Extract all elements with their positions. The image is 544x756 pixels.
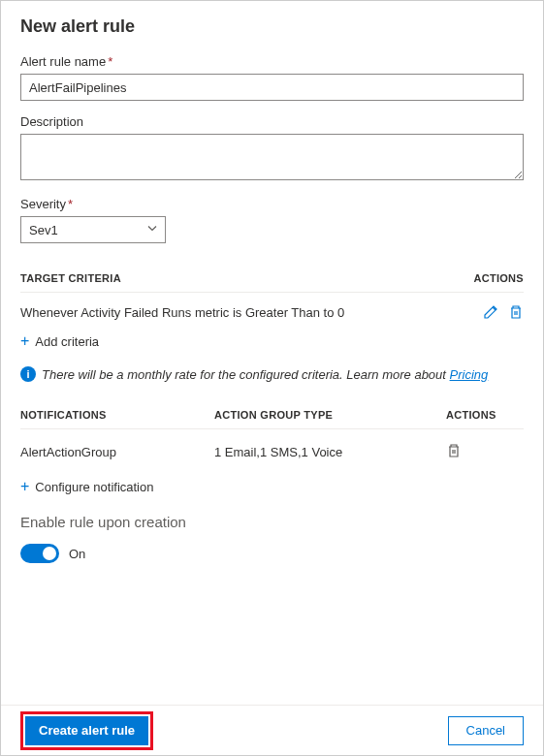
delete-icon[interactable] (508, 304, 524, 320)
delete-notification-icon[interactable] (446, 443, 462, 458)
target-criteria-heading: TARGET CRITERIA (20, 272, 121, 284)
add-criteria-button[interactable]: + Add criteria (20, 333, 524, 349)
plus-icon: + (20, 479, 29, 494)
severity-label: Severity* (20, 197, 524, 211)
criteria-text: Whenever Activity Failed Runs metric is … (20, 305, 344, 320)
description-textarea[interactable] (20, 134, 524, 180)
notification-row: AlertActionGroup 1 Email,1 SMS,1 Voice (20, 443, 524, 461)
enable-rule-heading: Enable rule upon creation (20, 514, 524, 530)
enable-toggle[interactable] (20, 544, 59, 563)
severity-select[interactable]: Sev1 (20, 216, 166, 243)
create-alert-rule-button[interactable]: Create alert rule (25, 716, 148, 745)
plus-icon: + (20, 333, 29, 349)
notification-name: AlertActionGroup (20, 445, 214, 459)
info-icon: i (20, 366, 36, 382)
create-button-highlight: Create alert rule (20, 711, 153, 750)
cancel-button[interactable]: Cancel (448, 716, 524, 745)
description-label: Description (20, 114, 524, 129)
notif-actions-heading: ACTIONS (446, 409, 524, 421)
configure-notification-button[interactable]: + Configure notification (20, 479, 524, 494)
page-title: New alert rule (20, 16, 524, 37)
enable-toggle-label: On (69, 547, 85, 561)
pricing-link[interactable]: Pricing (450, 367, 489, 382)
alert-name-input[interactable] (20, 74, 524, 101)
target-actions-heading: ACTIONS (473, 272, 524, 284)
action-group-type-heading: ACTION GROUP TYPE (214, 409, 446, 421)
footer: Create alert rule Cancel (1, 705, 543, 755)
info-text: There will be a monthly rate for the con… (42, 367, 488, 382)
alert-name-label: Alert rule name* (20, 54, 524, 69)
notification-type: 1 Email,1 SMS,1 Voice (214, 445, 446, 459)
edit-icon[interactable] (483, 304, 498, 320)
notifications-heading: NOTIFICATIONS (20, 409, 214, 421)
